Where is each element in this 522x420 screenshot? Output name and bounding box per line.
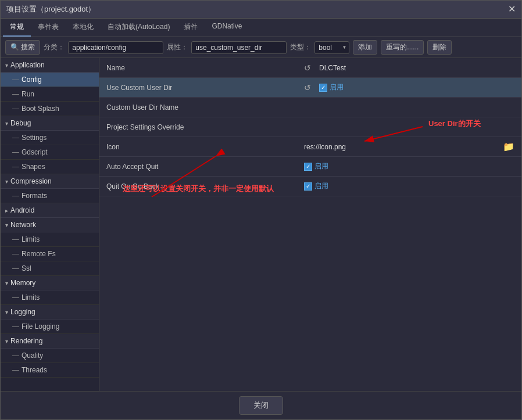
dash-icon: — (12, 90, 19, 98)
row-name-name: Name (99, 60, 297, 76)
category-label-text: Network (10, 221, 36, 229)
text-value: DLCTest (319, 64, 346, 72)
dash-icon: — (12, 366, 19, 374)
sidebar-item-label: Run (22, 90, 34, 98)
sidebar-category-network[interactable]: ▾Network (1, 218, 99, 232)
dash-icon: — (12, 235, 19, 243)
category-label-text: Compression (10, 177, 52, 185)
row-value-quit-on-go-back: ✓启用 (297, 178, 521, 195)
dash-icon: — (12, 322, 19, 331)
category-arrow: ▾ (5, 178, 8, 185)
row-name-auto-accept-quit: Auto Accept Quit (99, 159, 297, 174)
dash-icon: — (12, 264, 19, 272)
category-arrow: ▾ (5, 62, 8, 69)
sidebar-item-label: Ssl (22, 264, 31, 272)
sidebar-item-ssl[interactable]: —Ssl (1, 261, 99, 276)
property-input[interactable] (191, 41, 287, 54)
tab-[interactable]: 事件表 (31, 19, 66, 37)
sidebar-item-file-logging[interactable]: —File Logging (1, 320, 99, 334)
sidebar-item-config[interactable]: —Config (1, 73, 99, 87)
dash-icon: — (12, 351, 19, 360)
sidebar-item-label: Settings (22, 134, 47, 142)
sidebar-item-boot-splash[interactable]: —Boot Splash (1, 102, 99, 116)
sidebar-item-formats[interactable]: —Formats (1, 189, 99, 203)
dash-icon: — (12, 192, 19, 200)
sidebar-category-logging[interactable]: ▾Logging (1, 305, 99, 320)
reset-icon[interactable]: ↺ (304, 63, 311, 73)
main-content: ▾Application—Config—Run—Boot Splash▾Debu… (1, 58, 521, 391)
settings-row-icon: Iconres://icon.png📁 (99, 137, 521, 157)
property-label: 属性： (167, 42, 188, 52)
sidebar-item-run[interactable]: —Run (1, 87, 99, 102)
dash-icon: — (12, 105, 19, 113)
sidebar-item-label: Limits (22, 235, 40, 243)
sidebar-category-application[interactable]: ▾Application (1, 58, 99, 73)
tab-[interactable]: 本地化 (66, 19, 101, 37)
sidebar-category-compression[interactable]: ▾Compression (1, 174, 99, 189)
tab-autoload[interactable]: 自动加载(AutoLoad) (101, 19, 177, 37)
dash-icon: — (12, 134, 19, 142)
row-value-custom-user-dir-name (297, 104, 521, 111)
row-value-icon: res://icon.png📁 (297, 138, 521, 156)
dash-icon: — (12, 250, 19, 258)
settings-row-name: Name↺DLCTest (99, 58, 521, 78)
checkbox-box[interactable]: ✓ (304, 182, 312, 191)
dash-icon: — (12, 293, 19, 301)
type-select[interactable]: bool String int float (314, 41, 349, 54)
row-value-project-settings-override (297, 124, 521, 131)
sidebar-item-label: Gdscript (22, 148, 48, 156)
row-name-project-settings-override: Project Settings Override (99, 120, 297, 135)
sidebar-item-shapes[interactable]: —Shapes (1, 160, 99, 174)
category-label-text: Android (10, 206, 34, 214)
category-arrow: ▾ (5, 280, 8, 286)
sidebar-category-android[interactable]: ▸Android (1, 203, 99, 218)
add-button[interactable]: 添加 (353, 40, 377, 55)
folder-icon[interactable]: 📁 (503, 141, 514, 152)
reset-icon[interactable]: ↺ (304, 83, 311, 92)
window-close-button[interactable]: ✕ (508, 5, 516, 14)
dash-icon: — (12, 148, 19, 156)
tab-gdnative[interactable]: GDNative (205, 19, 249, 37)
main-window: 项目设置（project.godot） ✕ 常规事件表本地化自动加载(AutoL… (0, 0, 522, 420)
tab-[interactable]: 常规 (3, 19, 31, 37)
type-select-wrapper: bool String int float (314, 41, 349, 54)
window-title: 项目设置（project.godot） (6, 4, 95, 15)
file-value-text: res://icon.png (304, 143, 346, 151)
rewrite-button[interactable]: 重写的...... (381, 40, 424, 55)
category-label: 分类： (44, 42, 65, 52)
category-label-text: Debug (10, 119, 31, 127)
settings-row-quit-on-go-back: Quit On Go Back✓启用 (99, 177, 521, 196)
sidebar-item-gdscript[interactable]: —Gdscript (1, 145, 99, 160)
tab-[interactable]: 插件 (177, 19, 205, 37)
sidebar-category-debug[interactable]: ▾Debug (1, 116, 99, 131)
sidebar-item-settings[interactable]: —Settings (1, 131, 99, 145)
row-value-name: ↺DLCTest (297, 60, 521, 76)
checkbox-wrapper[interactable]: ✓启用 (304, 181, 328, 191)
sidebar-item-threads[interactable]: —Threads (1, 363, 99, 378)
search-button[interactable]: 🔍 搜索 (5, 40, 40, 55)
dash-icon: — (12, 163, 19, 171)
delete-button[interactable]: 删除 (427, 40, 452, 55)
checkbox-box[interactable]: ✓ (319, 84, 327, 92)
close-dialog-button[interactable]: 关闭 (239, 396, 283, 415)
category-arrow: ▾ (5, 120, 8, 127)
sidebar-item-limits[interactable]: —Limits (1, 290, 99, 305)
enabled-label: 启用 (330, 82, 344, 92)
category-input[interactable] (68, 41, 163, 54)
title-bar: 项目设置（project.godot） ✕ (1, 1, 521, 19)
sidebar-item-remote-fs[interactable]: —Remote Fs (1, 247, 99, 261)
sidebar: ▾Application—Config—Run—Boot Splash▾Debu… (1, 58, 99, 391)
checkbox-box[interactable]: ✓ (304, 163, 312, 171)
row-name-icon: Icon (99, 139, 297, 155)
sidebar-category-rendering[interactable]: ▾Rendering (1, 334, 99, 349)
checkbox-wrapper[interactable]: ✓启用 (304, 161, 328, 171)
sidebar-item-quality[interactable]: —Quality (1, 349, 99, 363)
sidebar-item-limits[interactable]: —Limits (1, 232, 99, 247)
row-name-use-custom-user-dir: Use Custom User Dir (99, 80, 297, 95)
sidebar-category-memory[interactable]: ▾Memory (1, 276, 99, 290)
checkbox-wrapper[interactable]: ✓启用 (319, 82, 344, 92)
sidebar-item-label: File Logging (22, 322, 59, 331)
category-label-text: Rendering (10, 337, 42, 345)
sidebar-item-label: Config (22, 76, 42, 84)
bottom-bar: 关闭 (1, 391, 521, 419)
